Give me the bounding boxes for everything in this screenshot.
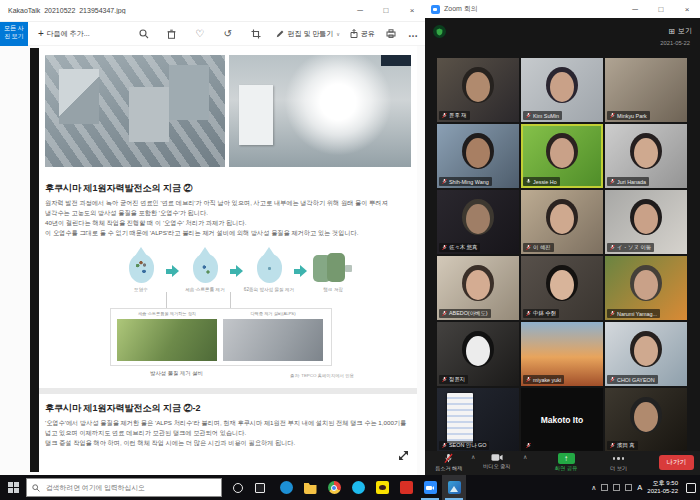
participant-tile[interactable]: CHOI GAYEON: [605, 322, 687, 386]
water-drop-icon: [257, 254, 282, 283]
participant-tile[interactable]: miyake yuki: [521, 322, 603, 386]
task-view-button[interactable]: [250, 475, 270, 500]
taskbar-app-app-red[interactable]: [394, 475, 418, 500]
taskbar-app-zoom[interactable]: [418, 475, 442, 500]
participant-label: Jessie Ho: [523, 177, 560, 186]
tray-icon[interactable]: [613, 484, 620, 491]
taskbar-app-edge[interactable]: [274, 475, 298, 500]
participant-name: 윤후 재: [449, 112, 467, 119]
minimize-button[interactable]: ─: [622, 0, 648, 20]
participant-tile[interactable]: Makoto Ito: [521, 388, 603, 452]
participant-name: 이 혜진: [533, 244, 551, 251]
participant-name: Shih-Ming Wang: [449, 179, 489, 185]
photos-content: 후쿠시마 제1원자력발전소의 지금 ② 원자력 발전 과정에서 녹아 굳어진 연…: [0, 46, 425, 475]
participant-face: [466, 204, 490, 234]
participant-label: Minkyu Park: [607, 111, 650, 120]
resize-diagonal-icon[interactable]: [398, 450, 409, 461]
participant-tile[interactable]: ABEDO(아베도): [437, 256, 519, 320]
unmute-button[interactable]: 음소거 해제: [435, 453, 462, 472]
crop-icon[interactable]: [250, 28, 262, 40]
participant-tile[interactable]: 정윤지: [437, 322, 519, 386]
more-button[interactable]: 더 보기: [610, 453, 627, 472]
clock-time: 오후 9:50: [653, 480, 678, 487]
participant-tile[interactable]: Shih-Ming Wang: [437, 124, 519, 188]
document-paragraph-2: '오염수'에서 방사성 물질을 제거한 물은 'ALPS 처리수'라 불리며, …: [45, 418, 411, 448]
search-input[interactable]: [44, 483, 216, 492]
close-button[interactable]: ×: [399, 0, 425, 22]
mic-muted-icon: [610, 310, 615, 317]
photos-icon: [448, 481, 461, 494]
taskbar-app-photos[interactable]: [442, 475, 466, 500]
taskbar-clock[interactable]: 오후 9:50 2021-05-22: [647, 480, 678, 494]
mic-options-caret[interactable]: ∧: [471, 453, 475, 460]
tray-icon[interactable]: [625, 484, 632, 491]
participant-tile[interactable]: 佐々木 悠真: [437, 190, 519, 254]
participant-label: 윤후 재: [439, 111, 470, 120]
tray-icon[interactable]: [601, 484, 608, 491]
participant-tile[interactable]: Juri Hanada: [605, 124, 687, 188]
taskbar-app-kakaotalk[interactable]: [370, 475, 394, 500]
favorite-icon[interactable]: ♡: [194, 28, 206, 40]
more-button[interactable]: …: [407, 28, 419, 40]
cortana-button[interactable]: [228, 475, 248, 500]
participant-label: 濱田 真: [607, 441, 638, 450]
participant-tile[interactable]: SEON 안나 GO: [437, 388, 519, 452]
print-icon[interactable]: [385, 28, 397, 40]
participant-tile[interactable]: Jessie Ho: [521, 124, 603, 188]
taskbar-search[interactable]: [26, 478, 222, 497]
participant-tile[interactable]: Minkyu Park: [605, 58, 687, 122]
minimize-button[interactable]: ─: [347, 0, 373, 22]
leave-meeting-button[interactable]: 나가기: [659, 455, 695, 470]
diagram-connector: [166, 292, 167, 308]
mic-muted-icon: [444, 453, 453, 464]
taskbar-app-chrome[interactable]: [322, 475, 346, 500]
close-button[interactable]: ×: [674, 0, 700, 20]
participant-name: 佐々木 悠真: [449, 244, 477, 251]
edit-create-button[interactable]: 편집 및 만들기 ∨: [276, 29, 340, 39]
participant-tile[interactable]: 윤후 재: [437, 58, 519, 122]
participant-face: [466, 270, 490, 300]
video-camera-icon: [491, 453, 503, 462]
participant-tile[interactable]: イ・ソヌ 이동: [605, 190, 687, 254]
maximize-button[interactable]: □: [373, 0, 399, 22]
add-to-button[interactable]: + 다음에 추가...: [38, 28, 90, 39]
document-heading-1: 후쿠시마 제1원자력발전소의 지금 ②: [45, 182, 193, 195]
action-center-icon[interactable]: [686, 483, 696, 493]
tray-expand-chevron-icon[interactable]: ∧: [591, 484, 596, 492]
system-tray: ∧ A 오후 9:50 2021-05-22: [591, 480, 700, 494]
share-screen-icon: ↑: [558, 453, 575, 464]
delete-icon[interactable]: [166, 28, 178, 40]
participant-name: 정윤지: [449, 376, 465, 383]
participant-tile[interactable]: Narumi Yamag...: [605, 256, 687, 320]
taskbar-system-buttons: [228, 475, 270, 500]
participant-label: 이 혜진: [523, 243, 554, 252]
participant-tile[interactable]: 이 혜진: [521, 190, 603, 254]
equipment-photo-left: [117, 319, 217, 361]
share-screen-button[interactable]: ↑ 화면 공유: [555, 453, 577, 472]
ime-indicator[interactable]: A: [637, 483, 642, 492]
share-button[interactable]: 공유: [350, 29, 375, 39]
taskbar-app-explorer[interactable]: [298, 475, 322, 500]
more-dots-icon: [613, 453, 625, 464]
participant-name: Narumi Yamag...: [617, 311, 657, 317]
start-button[interactable]: [0, 475, 26, 500]
zoom-icon[interactable]: [138, 28, 150, 40]
mic-muted-icon: [526, 376, 531, 383]
rotate-icon[interactable]: ↺: [222, 28, 234, 40]
participant-face: [550, 138, 574, 168]
taskbar-app-ie[interactable]: [346, 475, 370, 500]
participant-face: [550, 204, 574, 234]
document-photo-reactor-aerial: [45, 55, 225, 167]
video-options-caret[interactable]: ∧: [523, 453, 527, 460]
stop-video-button[interactable]: 비디오 중지: [483, 453, 510, 470]
participant-tile[interactable]: Kim SuMin: [521, 58, 603, 122]
diagram-step-cesium-removal: 세슘·스트론튬 제거: [180, 248, 230, 293]
maximize-button[interactable]: □: [648, 0, 674, 20]
participant-tile[interactable]: 中鉢 수현: [521, 256, 603, 320]
participant-tile[interactable]: 濱田 真: [605, 388, 687, 452]
participant-face: [634, 402, 658, 432]
more-label: 더 보기: [610, 465, 627, 472]
equipment-caption-left: 세슘·스트론튬을 제거하는 장치: [117, 311, 217, 316]
mic-muted-icon: [526, 442, 531, 449]
participant-label: CHOI GAYEON: [607, 375, 658, 384]
